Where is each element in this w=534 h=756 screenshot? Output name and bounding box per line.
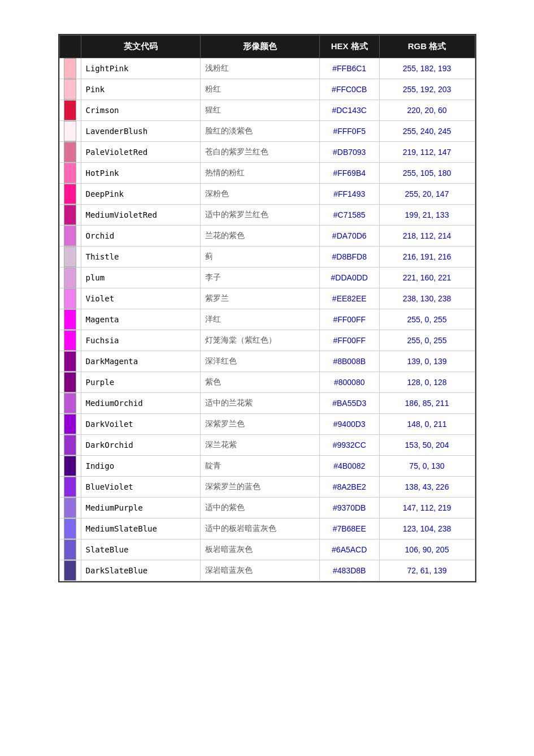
color-name: DarkSlateBlue — [81, 560, 200, 581]
color-name: MediumSlateBlue — [81, 519, 200, 539]
color-name: Fuchsia — [81, 330, 200, 351]
color-chinese: 蓟 — [200, 247, 319, 267]
color-chinese: 适中的紫色 — [200, 498, 319, 519]
color-swatch-cell — [59, 519, 81, 539]
table-row: LightPink浅粉红#FFB6C1255, 182, 193 — [59, 58, 475, 79]
color-chinese: 脸红的淡紫色 — [200, 121, 319, 142]
header-chinese-name: 形像颜色 — [200, 36, 319, 58]
table-row: DarkSlateBlue深岩暗蓝灰色#483D8B72, 61, 139 — [59, 560, 475, 581]
color-swatch — [64, 309, 76, 330]
color-name: BlueViolet — [81, 477, 200, 498]
color-swatch-cell — [59, 100, 81, 121]
color-rgb: 255, 182, 193 — [379, 58, 475, 79]
color-swatch — [64, 393, 76, 413]
color-name: plum — [81, 267, 200, 288]
color-hex: #DA70D6 — [319, 226, 379, 247]
color-name: Magenta — [81, 309, 200, 330]
color-chinese: 猩红 — [200, 100, 319, 121]
color-swatch — [64, 539, 76, 560]
color-swatch — [64, 414, 76, 434]
color-swatch — [64, 456, 76, 476]
color-swatch-cell — [59, 267, 81, 288]
color-swatch-cell — [59, 205, 81, 226]
color-rgb: 255, 192, 203 — [379, 79, 475, 100]
color-chinese: 紫罗兰 — [200, 288, 319, 309]
color-swatch-cell — [59, 247, 81, 267]
color-name: Purple — [81, 372, 200, 393]
color-chinese: 灯笼海棠（紫红色） — [200, 330, 319, 351]
color-swatch-cell — [59, 560, 81, 581]
table-row: DarkOrchid深兰花紫#9932CC153, 50, 204 — [59, 435, 475, 456]
color-swatch — [64, 163, 76, 183]
color-swatch — [64, 351, 76, 371]
color-swatch-cell — [59, 163, 81, 184]
color-hex: #BA55D3 — [319, 393, 379, 414]
color-rgb: 123, 104, 238 — [379, 519, 475, 539]
color-hex: #DDA0DD — [319, 267, 379, 288]
table-row: Fuchsia灯笼海棠（紫红色）#FF00FF255, 0, 255 — [59, 330, 475, 351]
color-hex: #8A2BE2 — [319, 477, 379, 498]
header-english: 英文代码 — [81, 36, 200, 58]
color-chinese: 李子 — [200, 267, 319, 288]
color-swatch — [64, 477, 76, 497]
table-row: Magenta洋红#FF00FF255, 0, 255 — [59, 309, 475, 330]
color-rgb: 72, 61, 139 — [379, 560, 475, 581]
color-rgb: 148, 0, 211 — [379, 414, 475, 435]
color-hex: #D8BFD8 — [319, 247, 379, 267]
color-rgb: 186, 85, 211 — [379, 393, 475, 414]
table-row: DarkVoilet深紫罗兰色#9400D3148, 0, 211 — [59, 414, 475, 435]
color-swatch — [64, 226, 76, 246]
color-rgb: 106, 90, 205 — [379, 539, 475, 560]
header-swatch — [59, 36, 81, 58]
color-rgb: 255, 240, 245 — [379, 121, 475, 142]
color-table-wrapper: 英文代码 形像颜色 HEX 格式 RGB 格式 LightPink浅粉红#FFB… — [58, 34, 476, 582]
color-name: Indigo — [81, 456, 200, 477]
color-swatch — [64, 288, 76, 309]
color-swatch — [64, 498, 76, 518]
color-rgb: 255, 0, 255 — [379, 330, 475, 351]
table-row: BlueViolet深紫罗兰的蓝色#8A2BE2138, 43, 226 — [59, 477, 475, 498]
color-chinese: 适中的板岩暗蓝灰色 — [200, 519, 319, 539]
color-rgb: 153, 50, 204 — [379, 435, 475, 456]
color-chinese: 深兰花紫 — [200, 435, 319, 456]
color-hex: #DC143C — [319, 100, 379, 121]
table-row: MediumSlateBlue适中的板岩暗蓝灰色#7B68EE123, 104,… — [59, 519, 475, 539]
color-swatch — [64, 184, 76, 204]
color-chinese: 适中的紫罗兰红色 — [200, 205, 319, 226]
color-name: DarkMagenta — [81, 351, 200, 372]
table-row: LavenderBlush脸红的淡紫色#FFF0F5255, 240, 245 — [59, 121, 475, 142]
table-row: Violet紫罗兰#EE82EE238, 130, 238 — [59, 288, 475, 309]
color-swatch-cell — [59, 435, 81, 456]
color-hex: #C71585 — [319, 205, 379, 226]
color-rgb: 218, 112, 214 — [379, 226, 475, 247]
color-swatch — [64, 560, 76, 581]
table-row: Purple紫色#800080128, 0, 128 — [59, 372, 475, 393]
color-name: Pink — [81, 79, 200, 100]
color-swatch — [64, 142, 76, 162]
color-swatch — [64, 100, 76, 120]
color-name: MediumVioletRed — [81, 205, 200, 226]
color-hex: #FFF0F5 — [319, 121, 379, 142]
table-row: Indigo靛青#4B008275, 0, 130 — [59, 456, 475, 477]
table-row: HotPink热情的粉红#FF69B4255, 105, 180 — [59, 163, 475, 184]
color-swatch — [64, 247, 76, 267]
header-hex: HEX 格式 — [319, 36, 379, 58]
color-chinese: 板岩暗蓝灰色 — [200, 539, 319, 560]
color-hex: #FF1493 — [319, 184, 379, 205]
color-rgb: 147, 112, 219 — [379, 498, 475, 519]
color-name: DarkOrchid — [81, 435, 200, 456]
color-swatch-cell — [59, 393, 81, 414]
color-rgb: 221, 160, 221 — [379, 267, 475, 288]
color-hex: #6A5ACD — [319, 539, 379, 560]
color-chinese: 洋红 — [200, 309, 319, 330]
color-chinese: 浅粉红 — [200, 58, 319, 79]
color-swatch-cell — [59, 351, 81, 372]
table-row: MediumPurple适中的紫色#9370DB147, 112, 219 — [59, 498, 475, 519]
color-chinese: 适中的兰花紫 — [200, 393, 319, 414]
table-row: Pink粉红#FFC0CB255, 192, 203 — [59, 79, 475, 100]
color-hex: #4B0082 — [319, 456, 379, 477]
color-swatch-cell — [59, 414, 81, 435]
color-hex: #800080 — [319, 372, 379, 393]
color-hex: #9370DB — [319, 498, 379, 519]
color-swatch-cell — [59, 498, 81, 519]
